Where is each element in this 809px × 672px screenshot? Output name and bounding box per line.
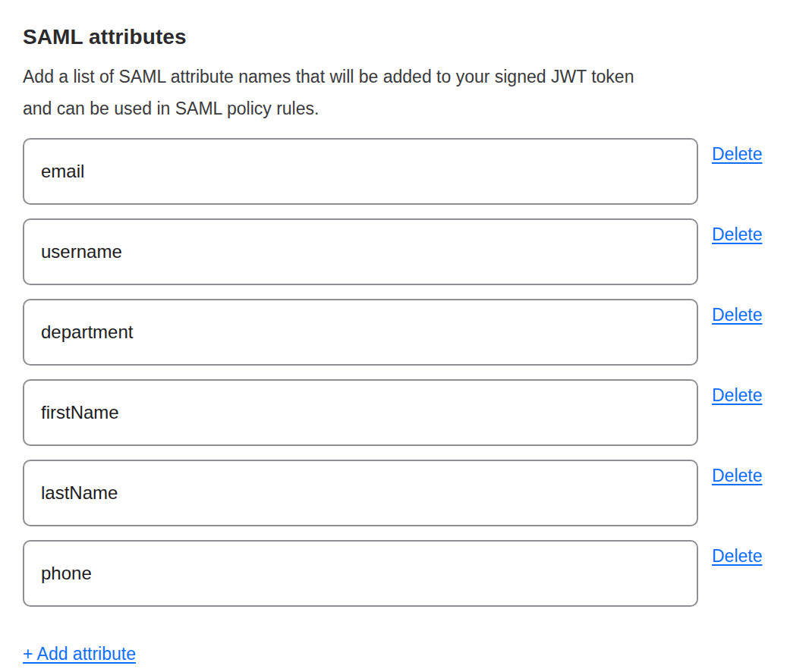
delete-link-department[interactable]: Delete xyxy=(712,304,762,325)
attribute-input-department[interactable] xyxy=(23,299,698,366)
attribute-input-phone[interactable] xyxy=(23,540,698,607)
attribute-row: Delete xyxy=(23,299,786,366)
attribute-input-lastname[interactable] xyxy=(23,460,698,526)
attribute-row: Delete xyxy=(23,460,786,526)
attribute-input-firstname[interactable] xyxy=(23,379,698,446)
delete-link-email[interactable]: Delete xyxy=(712,143,762,165)
delete-link-username[interactable]: Delete xyxy=(712,224,762,245)
add-attribute-link[interactable]: + Add attribute xyxy=(23,643,136,664)
attribute-list: Delete Delete Delete Delete Delete Delet… xyxy=(23,138,786,607)
attribute-row: Delete xyxy=(23,379,786,446)
delete-link-firstname[interactable]: Delete xyxy=(712,385,762,406)
saml-attributes-section: SAML attributes Add a list of SAML attri… xyxy=(0,0,809,664)
section-title: SAML attributes xyxy=(23,24,786,50)
section-description: Add a list of SAML attribute names that … xyxy=(23,61,786,124)
delete-link-lastname[interactable]: Delete xyxy=(712,465,762,486)
attribute-row: Delete xyxy=(23,138,786,205)
attribute-row: Delete xyxy=(23,218,786,285)
section-description-line1: Add a list of SAML attribute names that … xyxy=(23,67,634,86)
attribute-input-username[interactable] xyxy=(23,218,698,285)
attribute-row: Delete xyxy=(23,540,786,607)
section-description-line2: and can be used in SAML policy rules. xyxy=(23,99,319,118)
delete-link-phone[interactable]: Delete xyxy=(712,545,762,567)
attribute-input-email[interactable] xyxy=(23,138,698,205)
